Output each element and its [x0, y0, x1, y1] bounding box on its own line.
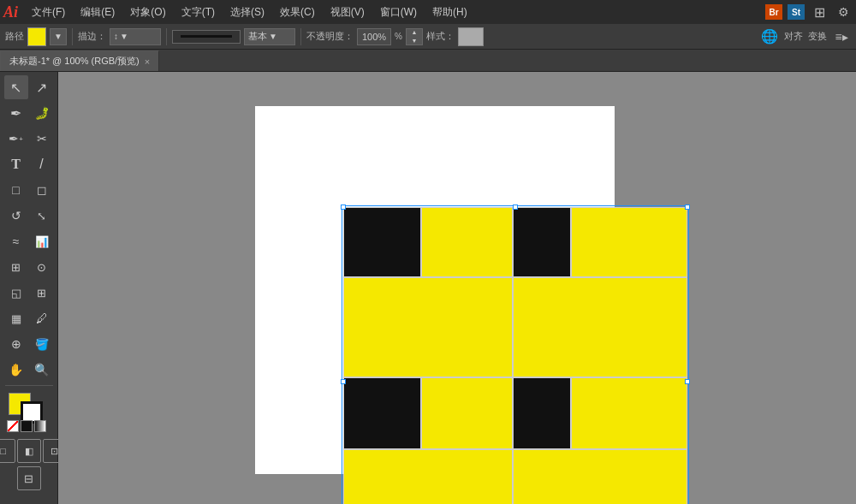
cell-1-right	[513, 277, 687, 377]
sep2	[166, 28, 167, 45]
draw-mode-back[interactable]: ◧	[17, 439, 41, 463]
type-tool[interactable]: T	[4, 152, 28, 176]
toolbar: 路径 ▼ 描边： ↕ ▼ 基本 ▼ 不透明度： % ▲ ▼ 样式： 🌐 对齐 变…	[0, 24, 856, 50]
add-anchor-tool[interactable]: ✒+	[4, 127, 28, 151]
layout-btn[interactable]: ⊞	[810, 3, 829, 21]
menu-effect[interactable]: 效果(C)	[273, 3, 322, 21]
style-label: 样式：	[426, 30, 455, 43]
curvature-tool[interactable]: 🐛	[30, 101, 54, 125]
menu-select[interactable]: 选择(S)	[223, 3, 271, 21]
sep1	[72, 28, 73, 45]
canvas-area[interactable]	[58, 72, 856, 504]
scale-tool[interactable]: ⤡	[30, 204, 54, 228]
fill-swatch[interactable]	[27, 27, 46, 46]
menu-help[interactable]: 帮助(H)	[425, 3, 474, 21]
zoom-tool[interactable]: 🔍	[30, 358, 54, 382]
color-swatches	[5, 393, 53, 432]
stroke-style-dropdown[interactable]: 基本 ▼	[244, 28, 295, 45]
blend-tool[interactable]: ⊕	[4, 332, 28, 356]
search-btn[interactable]: ⚙	[834, 3, 853, 21]
perspective-tool[interactable]: ◱	[4, 281, 28, 305]
fill-arrow[interactable]: ▼	[50, 28, 67, 45]
change-screen-mode[interactable]: ⊟	[17, 466, 41, 490]
artwork-container	[343, 207, 687, 504]
tool-row-gradient: ▦ 🖊	[4, 306, 54, 330]
cell-3-1	[513, 449, 687, 504]
cell-0-0	[343, 207, 421, 277]
none-swatch[interactable]	[7, 420, 19, 432]
cell-2-0	[343, 377, 421, 449]
more-btn[interactable]: ≡▸	[832, 27, 851, 46]
transform-label: 变换	[808, 30, 827, 43]
puppet-warp-tool[interactable]: ⊙	[30, 255, 54, 279]
menu-type[interactable]: 文字(T)	[175, 3, 222, 21]
stroke-preview	[172, 30, 241, 44]
menu-window[interactable]: 窗口(W)	[373, 3, 424, 21]
black-swatch[interactable]	[21, 420, 33, 432]
gradient-tool[interactable]: ▦	[4, 306, 28, 330]
handle-tm[interactable]	[513, 205, 518, 210]
tool-row-warp: ≈ 📊	[4, 229, 54, 253]
app-logo: Ai	[3, 3, 18, 21]
bridge-btn[interactable]: Br	[765, 4, 782, 20]
menu-object[interactable]: 对象(O)	[123, 3, 172, 21]
document-tab[interactable]: 未标题-1* @ 100% (RGB/预览) ×	[0, 50, 159, 71]
stroke-dropdown[interactable]: ↕ ▼	[110, 28, 161, 45]
draw-mode-normal[interactable]: □	[0, 439, 15, 463]
live-paint-tool[interactable]: 🪣	[30, 332, 54, 356]
rect-tool[interactable]: □	[4, 178, 28, 202]
mini-swatches	[7, 420, 46, 432]
gradient-swatch[interactable]	[34, 420, 46, 432]
main-area: ↖ ↗ ✒ 🐛 ✒+ ✂ T / □ ◻ ↺ ⤡ ≈ 📊 ⊞ ⊙	[0, 72, 856, 504]
handle-mr[interactable]	[685, 379, 690, 384]
stroke-label: 描边：	[78, 30, 106, 43]
graph-tool[interactable]: 📊	[30, 229, 54, 253]
style-swatch[interactable]	[458, 27, 484, 46]
mesh-tool[interactable]: ⊞	[30, 281, 54, 305]
eyedropper-tool[interactable]: 🖊	[30, 306, 54, 330]
direct-select-tool[interactable]: ↗	[30, 75, 54, 99]
menu-edit[interactable]: 编辑(E)	[74, 3, 122, 21]
free-transform-tool[interactable]: ⊞	[4, 255, 28, 279]
cell-1-left	[343, 277, 513, 377]
cell-0-1	[421, 207, 513, 277]
tool-row-rotate: ↺ ⤡	[4, 204, 54, 228]
toolbar-right: 🌐 对齐 变换 ≡▸	[760, 27, 851, 46]
row-3	[343, 449, 687, 504]
opacity-input[interactable]	[357, 28, 391, 45]
cell-0-3	[571, 207, 687, 277]
globe-icon[interactable]: 🌐	[760, 27, 779, 46]
align-label: 对齐	[784, 30, 803, 43]
handle-tr[interactable]	[685, 205, 690, 210]
cell-2-2	[513, 377, 571, 449]
eraser-tool[interactable]: ◻	[30, 178, 54, 202]
row-1	[343, 277, 687, 377]
tool-row-hand: ✋ 🔍	[4, 358, 54, 382]
rotate-tool[interactable]: ↺	[4, 204, 28, 228]
tool-row-anchor: ✒+ ✂	[4, 127, 54, 151]
tool-row-pen: ✒ 🐛	[4, 101, 54, 125]
tab-close-btn[interactable]: ×	[145, 56, 150, 67]
handle-tl[interactable]	[341, 205, 346, 210]
scissors-tool[interactable]: ✂	[30, 127, 54, 151]
row-2	[343, 377, 687, 449]
tool-row-blend: ⊕ 🪣	[4, 332, 54, 356]
menu-file[interactable]: 文件(F)	[25, 3, 72, 21]
warp-tool[interactable]: ≈	[4, 229, 28, 253]
handle-ml[interactable]	[341, 379, 346, 384]
tool-row-type: T /	[4, 152, 54, 176]
tool-row-select: ↖ ↗	[4, 75, 54, 99]
select-tool[interactable]: ↖	[4, 75, 28, 99]
tool-divider	[5, 385, 53, 386]
tab-label: 未标题-1* @ 100% (RGB/预览)	[9, 55, 140, 68]
pen-tool[interactable]: ✒	[4, 101, 28, 125]
tool-row-rect: □ ◻	[4, 178, 54, 202]
line-tool[interactable]: /	[30, 152, 54, 176]
menu-view[interactable]: 视图(V)	[324, 3, 372, 21]
cell-2-3	[571, 377, 687, 449]
cell-2-1	[421, 377, 513, 449]
path-label: 路径	[5, 30, 24, 43]
stock-btn[interactable]: St	[788, 4, 805, 20]
opacity-arrows[interactable]: ▲ ▼	[406, 28, 423, 45]
hand-tool[interactable]: ✋	[4, 358, 28, 382]
